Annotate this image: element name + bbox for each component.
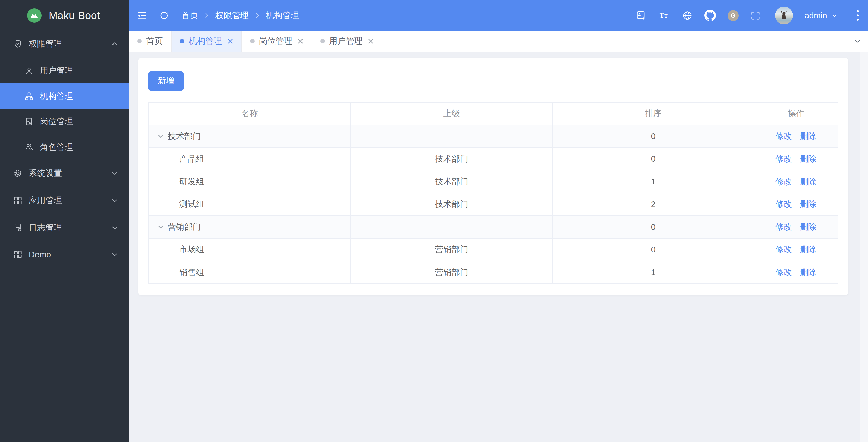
- user-menu[interactable]: admin: [805, 11, 838, 20]
- roles-icon: [24, 142, 34, 151]
- org-name: 研发组: [180, 176, 204, 187]
- svg-text:A: A: [638, 12, 641, 18]
- delete-link[interactable]: 删除: [800, 268, 816, 277]
- column-header-actions: 操作: [754, 102, 838, 125]
- edit-link[interactable]: 修改: [775, 199, 792, 209]
- header-actions: A TT G: [636, 6, 863, 24]
- tab-post-management[interactable]: 岗位管理: [242, 31, 312, 52]
- tab-label: 岗位管理: [259, 35, 292, 47]
- app-logo[interactable]: Maku Boot: [0, 0, 129, 31]
- post-card-icon: [24, 117, 34, 126]
- org-parent: 技术部门: [350, 170, 553, 193]
- chevron-down-icon: [110, 169, 119, 178]
- table-header-row: 名称 上级 排序 操作: [149, 102, 838, 125]
- sidebar-group-log-management[interactable]: 日志管理: [0, 214, 129, 241]
- org-sort: 0: [553, 125, 754, 147]
- kebab-menu-icon[interactable]: [853, 9, 863, 21]
- gitee-icon[interactable]: G: [727, 10, 739, 21]
- breadcrumb-permission[interactable]: 权限管理: [215, 10, 249, 21]
- tab-org-management[interactable]: 机构管理: [172, 31, 242, 52]
- table-row: 营销部门 0 修改删除: [149, 216, 838, 238]
- menu-fold-icon[interactable]: [136, 10, 148, 21]
- svg-text:G: G: [731, 12, 736, 19]
- demo-grid-icon: [13, 250, 23, 260]
- org-name: 销售组: [180, 267, 204, 278]
- sidebar-group-label: 权限管理: [29, 38, 62, 49]
- translate-icon[interactable]: A: [636, 10, 647, 21]
- tabs: 首页 机构管理 岗位管理 用户管理: [129, 31, 847, 52]
- sidebar-submenu-permission: 用户管理 机构管理 岗位管理: [0, 57, 129, 160]
- close-icon[interactable]: [298, 38, 303, 44]
- tab-home[interactable]: 首页: [129, 31, 172, 52]
- org-name: 市场组: [180, 244, 204, 255]
- sidebar-group-system-settings[interactable]: 系统设置: [0, 160, 129, 187]
- org-sort: 0: [553, 238, 754, 261]
- table-row: 产品组 技术部门 0 修改删除: [149, 147, 838, 170]
- tab-label: 机构管理: [189, 35, 222, 47]
- sidebar-item-user-management[interactable]: 用户管理: [0, 58, 129, 83]
- table-row: 研发组 技术部门 1 修改删除: [149, 170, 838, 193]
- sidebar-group-app-management[interactable]: 应用管理: [0, 187, 129, 214]
- sidebar-group-label: 系统设置: [29, 168, 62, 179]
- column-header-parent: 上级: [350, 102, 553, 125]
- edit-link[interactable]: 修改: [775, 132, 792, 141]
- edit-link[interactable]: 修改: [775, 245, 792, 254]
- edit-link[interactable]: 修改: [775, 268, 792, 277]
- delete-link[interactable]: 删除: [800, 245, 816, 254]
- fullscreen-icon[interactable]: [750, 10, 761, 21]
- tab-user-management[interactable]: 用户管理: [312, 31, 382, 52]
- org-sort: 2: [553, 193, 754, 215]
- expand-caret-icon[interactable]: [157, 133, 164, 140]
- chevron-right-icon: [203, 12, 210, 19]
- org-parent: 技术部门: [350, 193, 553, 215]
- chevron-up-icon: [110, 39, 119, 48]
- logo-mountain-icon: [27, 8, 41, 23]
- sidebar-item-org-management[interactable]: 机构管理: [0, 83, 129, 109]
- tabs-dropdown-button[interactable]: [847, 31, 868, 52]
- github-icon[interactable]: [705, 9, 716, 21]
- sidebar-group-demo[interactable]: Demo: [0, 241, 129, 268]
- delete-link[interactable]: 删除: [800, 199, 816, 209]
- tab-bar: 首页 机构管理 岗位管理 用户管理: [129, 31, 868, 52]
- svg-text:T: T: [660, 11, 664, 19]
- org-name: 技术部门: [167, 131, 201, 142]
- org-sort: 1: [553, 170, 754, 193]
- close-icon[interactable]: [368, 38, 373, 44]
- shield-check-icon: [13, 39, 23, 49]
- edit-link[interactable]: 修改: [775, 177, 792, 186]
- sidebar-group-permission[interactable]: 权限管理: [0, 31, 129, 57]
- main-column: 首页 权限管理 机构管理 A TT: [129, 0, 868, 442]
- tab-label: 用户管理: [329, 35, 363, 47]
- sidebar-item-label: 机构管理: [40, 91, 73, 102]
- delete-link[interactable]: 删除: [800, 177, 816, 186]
- delete-link[interactable]: 删除: [800, 132, 816, 141]
- scrollbar-track[interactable]: [861, 52, 868, 442]
- app-title: Maku Boot: [49, 9, 100, 22]
- globe-icon[interactable]: [682, 10, 693, 21]
- edit-link[interactable]: 修改: [775, 222, 792, 231]
- org-table: 名称 上级 排序 操作 技术部门 0: [149, 102, 838, 284]
- gear-icon: [13, 168, 23, 178]
- sidebar-item-post-management[interactable]: 岗位管理: [0, 109, 129, 134]
- chevron-down-icon: [110, 223, 119, 232]
- sidebar-item-role-management[interactable]: 角色管理: [0, 135, 129, 160]
- chevron-down-icon: [853, 37, 862, 45]
- org-parent: [350, 216, 553, 238]
- column-header-name: 名称: [149, 102, 351, 125]
- font-size-icon[interactable]: TT: [658, 9, 670, 21]
- org-parent: 营销部门: [350, 261, 553, 283]
- delete-link[interactable]: 删除: [800, 222, 816, 231]
- user-avatar[interactable]: [775, 6, 793, 24]
- table-row: 测试组 技术部门 2 修改删除: [149, 193, 838, 215]
- expand-caret-icon[interactable]: [157, 224, 164, 230]
- delete-link[interactable]: 删除: [800, 154, 816, 163]
- breadcrumb-home[interactable]: 首页: [182, 10, 198, 21]
- org-name: 测试组: [180, 199, 204, 210]
- refresh-icon[interactable]: [159, 10, 169, 21]
- edit-link[interactable]: 修改: [775, 154, 792, 163]
- sidebar-group-label: 日志管理: [29, 222, 62, 233]
- sidebar-group-label: 应用管理: [29, 195, 62, 206]
- close-icon[interactable]: [227, 38, 233, 44]
- tab-dot: [250, 39, 255, 43]
- add-button[interactable]: 新增: [149, 71, 184, 91]
